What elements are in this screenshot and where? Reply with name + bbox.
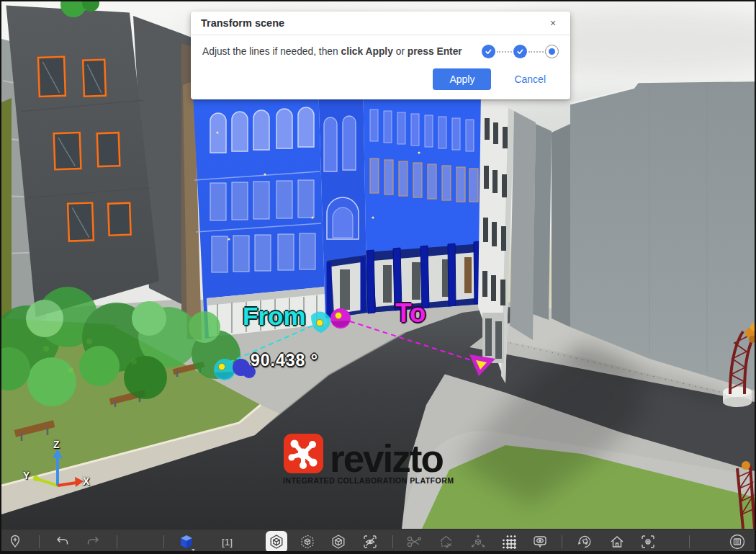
ghost-object-icon bbox=[300, 534, 315, 550]
show-object-icon bbox=[330, 534, 346, 550]
viewpoint-visibility-button[interactable] bbox=[529, 531, 551, 553]
close-icon[interactable]: × bbox=[546, 16, 560, 30]
toolbar-divider bbox=[117, 535, 117, 548]
step-3-current bbox=[545, 45, 559, 58]
building-selected-blue[interactable] bbox=[191, 68, 487, 339]
undo-button[interactable] bbox=[52, 531, 73, 553]
transform-scene-dialog: Transform scene × Adjust the lines if ne… bbox=[191, 12, 570, 99]
from-start-marker[interactable] bbox=[214, 359, 235, 380]
add-pin-button[interactable] bbox=[4, 531, 26, 553]
revizto-app-window: From To 90.438 ° Z Y X bbox=[0, 0, 756, 554]
move-object-button[interactable] bbox=[467, 531, 489, 553]
instruction-click-apply: click Apply bbox=[341, 46, 393, 57]
instruction-or: or bbox=[393, 46, 408, 57]
instruction-prefix: Adjust the lines if needed, then bbox=[202, 46, 341, 57]
properties-list-button[interactable] bbox=[726, 531, 748, 553]
properties-list-icon bbox=[729, 533, 746, 550]
window-bottom-edge bbox=[1, 551, 755, 553]
move-object-icon bbox=[470, 534, 486, 550]
3d-viewport[interactable]: From To 90.438 ° Z Y X bbox=[1, 1, 755, 529]
cut-section-icon bbox=[406, 534, 422, 550]
to-start-marker[interactable] bbox=[330, 308, 351, 329]
redo-icon bbox=[85, 534, 101, 550]
view-cube-button[interactable] bbox=[176, 531, 197, 553]
isolate-object-icon bbox=[269, 534, 284, 550]
toolbar-divider bbox=[392, 535, 393, 548]
zoom-fit-icon bbox=[640, 534, 656, 550]
add-pin-icon bbox=[7, 534, 23, 550]
dialog-instruction: Adjust the lines if needed, then click A… bbox=[202, 46, 462, 57]
viewpoint-visibility-icon bbox=[532, 534, 548, 550]
cut-section-button[interactable] bbox=[403, 531, 425, 553]
bottom-toolbar: [1] bbox=[1, 529, 755, 553]
ghost-object-button[interactable] bbox=[297, 531, 318, 553]
cancel-button[interactable]: Cancel bbox=[510, 73, 550, 86]
apply-button[interactable]: Apply bbox=[433, 68, 491, 90]
home-view-icon bbox=[609, 534, 625, 550]
section-room-icon bbox=[438, 534, 454, 550]
view-cube-icon bbox=[177, 532, 196, 551]
hide-object-icon bbox=[362, 534, 378, 550]
step-1-complete bbox=[482, 45, 495, 58]
show-object-button[interactable] bbox=[328, 531, 349, 553]
orbit-reset-icon bbox=[577, 534, 593, 550]
home-view-button[interactable] bbox=[606, 531, 628, 553]
section-room-button[interactable] bbox=[436, 531, 457, 553]
toolbar-divider bbox=[689, 535, 690, 548]
toolbar-divider bbox=[562, 535, 562, 548]
orbit-reset-button[interactable] bbox=[574, 531, 595, 553]
redo-button[interactable] bbox=[82, 531, 104, 553]
transform-steps bbox=[482, 45, 559, 58]
toolbar-divider bbox=[163, 535, 164, 548]
sheet-number-badge[interactable]: [1] bbox=[222, 530, 233, 554]
step-connector bbox=[528, 51, 544, 53]
step-connector bbox=[497, 51, 512, 53]
dialog-title: Transform scene bbox=[201, 17, 284, 29]
zoom-fit-button[interactable] bbox=[637, 531, 659, 553]
grid-snap-icon bbox=[501, 534, 517, 550]
grid-snap-button[interactable] bbox=[498, 531, 520, 553]
step-2-complete bbox=[513, 45, 527, 58]
instruction-press-enter: press Enter bbox=[408, 46, 462, 57]
isolate-object-button[interactable] bbox=[266, 531, 287, 553]
building-left[interactable] bbox=[1, 1, 196, 342]
undo-icon bbox=[55, 534, 71, 550]
hide-object-button[interactable] bbox=[359, 531, 381, 553]
toolbar-divider bbox=[39, 535, 40, 548]
